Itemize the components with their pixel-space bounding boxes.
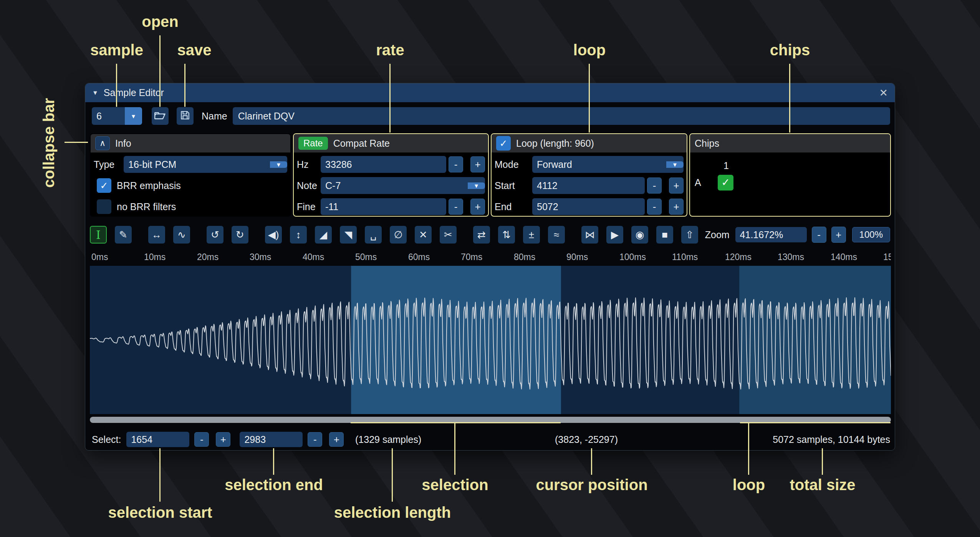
sample-selector[interactable]: 6 ▼ (92, 107, 142, 125)
insert-silence-button[interactable]: ␣ (365, 226, 382, 244)
waveform-display[interactable] (90, 266, 891, 414)
annotation-chips: chips (770, 41, 810, 59)
rate-panel-header: Rate Compat Rate (294, 134, 488, 152)
ruler-tick: 60ms (408, 252, 430, 262)
callout-line-selection (454, 422, 455, 475)
rate-panel: Rate Compat Rate Hz 33286 - + Note C-7 ▼ (293, 133, 489, 217)
loop-panel: ✓ Loop (length: 960) Mode Forward ▼ Star… (491, 133, 687, 217)
selection-end-input[interactable]: 2983 (240, 432, 303, 447)
close-icon[interactable]: ✕ (879, 87, 888, 99)
preview-selection-button[interactable]: ◉ (631, 226, 648, 244)
trim-button[interactable]: ✂ (440, 226, 457, 244)
filter-button[interactable]: ≈ (548, 226, 565, 244)
signed-unsigned-button[interactable]: ± (523, 226, 540, 244)
edit-select-button[interactable]: I (90, 226, 107, 244)
loop-end-label: End (495, 201, 530, 212)
fade-out-button[interactable]: ◥ (340, 226, 357, 244)
selection-start-input[interactable]: 1654 (126, 432, 189, 447)
fine-label: Fine (297, 201, 318, 212)
undo-button[interactable]: ↺ (207, 226, 223, 244)
delete-button[interactable]: ✕ (415, 226, 432, 244)
fine-minus-button[interactable]: - (449, 199, 463, 215)
chevron-down-icon[interactable]: ▼ (270, 161, 287, 168)
preview-button[interactable]: ▶ (606, 226, 623, 244)
chevron-down-icon[interactable]: ▼ (468, 182, 485, 189)
zoom-input[interactable]: 41.1672% (735, 227, 807, 242)
sample-editor-window: ▼ Sample Editor ✕ 6 ▼ Name Clarinet DQV … (85, 83, 895, 451)
ruler-tick: 50ms (355, 252, 377, 262)
collapse-bar-button[interactable]: ∧ (95, 136, 110, 150)
chip-enable-checkbox[interactable]: ✓ (718, 175, 733, 191)
sample-header-row: 6 ▼ Name Clarinet DQV (90, 107, 890, 125)
callout-line-save (184, 64, 185, 107)
title-bar[interactable]: ▼ Sample Editor ✕ (85, 83, 895, 102)
selection-end-plus-button[interactable]: + (329, 432, 344, 447)
loop-panel-body: Mode Forward ▼ Start 4112 - + End 5072 - (492, 152, 687, 217)
waveform-canvas[interactable] (90, 266, 891, 414)
cursor-position-text: (3823, -25297) (555, 431, 618, 448)
callout-line-selection-length (392, 448, 393, 502)
save-floppy-icon (180, 110, 190, 122)
selection-length-text: (1329 samples) (355, 431, 421, 448)
callout-line-total-size (822, 448, 823, 475)
no-brr-filters-checkbox[interactable] (97, 199, 111, 214)
hz-minus-button[interactable]: - (449, 156, 463, 172)
redo-button[interactable]: ↻ (232, 226, 248, 244)
hz-input[interactable]: 33286 (321, 156, 446, 173)
loop-start-plus-button[interactable]: + (669, 177, 684, 194)
amplify-button[interactable]: ◀) (265, 226, 282, 244)
zoom-in-button[interactable]: + (831, 227, 846, 243)
loop-end-plus-button[interactable]: + (669, 199, 684, 215)
fine-plus-button[interactable]: + (470, 199, 485, 215)
window-collapse-icon[interactable]: ▼ (92, 90, 98, 96)
callout-line-collapse-bar (65, 142, 88, 143)
callout-line-selection-end (273, 448, 274, 475)
fine-input[interactable]: -11 (321, 198, 446, 215)
loop-enable-checkbox[interactable]: ✓ (496, 136, 511, 151)
sample-name-input[interactable]: Clarinet DQV (233, 107, 890, 125)
note-dropdown[interactable]: C-7 ▼ (321, 177, 485, 194)
zoom-out-button[interactable]: - (812, 227, 826, 243)
save-sample-button[interactable] (177, 107, 194, 125)
loop-end-input[interactable]: 5072 (532, 198, 645, 215)
loop-end-minus-button[interactable]: - (647, 199, 662, 215)
stop-preview-button[interactable]: ■ (656, 226, 673, 244)
chevron-down-icon[interactable]: ▼ (125, 107, 142, 125)
selection-end-minus-button[interactable]: - (308, 432, 322, 447)
callout-line-cursor-position (591, 448, 592, 475)
invert-button[interactable]: ⇅ (498, 226, 515, 244)
chevron-down-icon[interactable]: ▼ (666, 161, 684, 168)
callout-line-chips (789, 64, 790, 133)
loop-start-input[interactable]: 4112 (532, 177, 645, 194)
brr-emphasis-checkbox[interactable]: ✓ (97, 178, 111, 193)
apply-silence-button[interactable]: ∅ (390, 226, 407, 244)
callout-line-loop-bottom (748, 422, 749, 475)
selection-start-minus-button[interactable]: - (194, 432, 209, 447)
sample-type-dropdown[interactable]: 16-bit PCM ▼ (124, 156, 287, 173)
info-panel-title: Info (115, 138, 131, 149)
crossfade-loop-button[interactable]: ⋈ (581, 226, 598, 244)
loop-mode-dropdown[interactable]: Forward ▼ (532, 156, 684, 173)
selection-start-plus-button[interactable]: + (216, 432, 230, 447)
zoom-reset-button[interactable]: 100% (852, 227, 890, 242)
info-panel-header: ∧ Info (91, 134, 290, 152)
chips-grid: 1 A ✓ (690, 152, 890, 191)
annotation-sample: sample (90, 41, 143, 59)
type-label: Type (94, 159, 121, 170)
annotation-rate: rate (376, 41, 404, 59)
edit-draw-button[interactable]: ✎ (115, 226, 132, 244)
hz-plus-button[interactable]: + (470, 156, 485, 172)
loop-start-minus-button[interactable]: - (647, 177, 662, 194)
ruler-tick: 90ms (566, 252, 588, 262)
callout-bracket-selection (351, 422, 561, 423)
reverse-button[interactable]: ⇄ (473, 226, 490, 244)
ruler-tick: 150ms (883, 252, 891, 262)
normalize-button[interactable]: ↕ (290, 226, 307, 244)
annotation-open: open (142, 13, 179, 30)
select-label: Select: (92, 434, 121, 445)
make-wavetable-button[interactable]: ⇧ (681, 226, 698, 244)
resize-button[interactable]: ↔ (148, 226, 165, 244)
fade-in-button[interactable]: ◢ (315, 226, 332, 244)
open-sample-button[interactable] (152, 107, 169, 125)
resample-button[interactable]: ∿ (173, 226, 190, 244)
